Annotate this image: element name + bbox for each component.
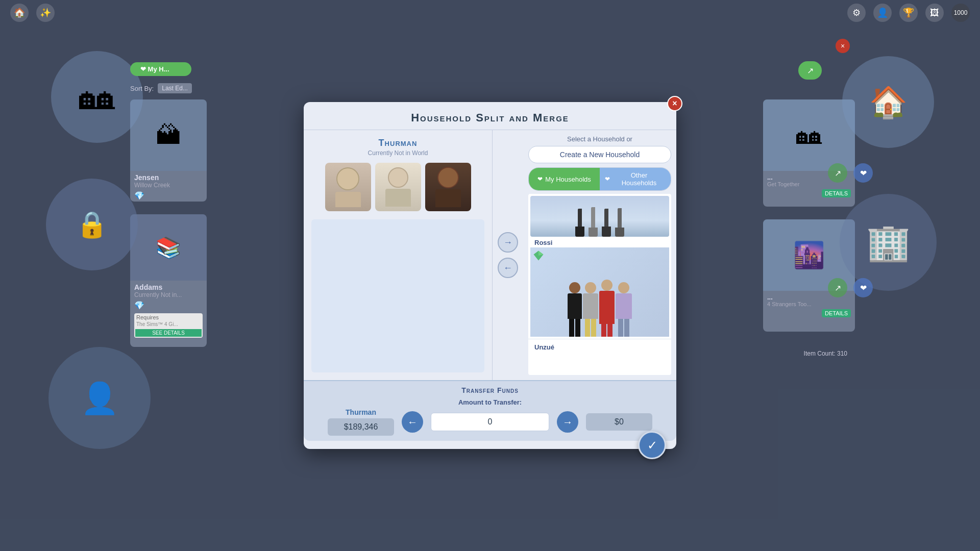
funds-right-arrow[interactable]: → [557,411,578,433]
dest-amount: $0 [586,413,652,431]
households-list: Rossi [528,194,671,375]
modal-wrapper: × Household Split and Merge Thurman Curr… [304,102,676,449]
amount-to-transfer-label: Amount to Transfer: [458,398,522,406]
left-empty-area [311,219,484,372]
select-label: Select a Household or [528,135,671,143]
other-tab-heart-icon: ❤ [605,176,610,183]
tab-my-households[interactable]: ❤ My Households [529,168,600,190]
my-tab-label: My Households [545,176,591,183]
rossi-sim-1 [568,282,582,337]
source-name: Thurman [346,408,376,416]
transfer-right-arrow[interactable]: → [498,232,518,253]
confirm-button[interactable]: ✓ [638,431,666,459]
modal-body: Thurman Currently Not in World [304,130,676,380]
rossi-full-image [530,247,669,337]
household-item-unzue[interactable]: Unzué [528,339,671,354]
tab-other-households[interactable]: ❤ Other Households [600,168,671,190]
left-household-status: Currently Not in World [368,149,428,157]
left-household-name: Thurman [379,138,418,148]
sim-avatar-3 [425,163,471,211]
sim-avatars-row [325,163,471,211]
transfer-arrows-column: → ← [493,130,523,380]
tabs-container: ❤ My Households ❤ Other Households [528,167,671,191]
modal-title: Household Split and Merge [304,102,676,130]
source-amount: $189,346 [328,418,394,436]
my-tab-heart-icon: ❤ [537,176,543,183]
other-tab-label: Other Households [612,171,666,187]
source-col: Thurman $189,346 [328,408,394,436]
right-panel: Select a Household or Create a New House… [523,130,676,380]
modal-close-button[interactable]: × [667,96,682,111]
transfer-left-arrow[interactable]: ← [498,258,518,278]
transfer-amount-input[interactable] [431,413,549,431]
rossi-group-image [530,196,669,237]
household-item-rossi[interactable]: Rossi [528,194,671,339]
rossi-sim-2 [583,282,598,337]
amount-label-row: Amount to Transfer: [314,398,666,406]
transfer-section: Transfer Funds Amount to Transfer: Thurm… [304,380,676,441]
rossi-name: Rossi [530,237,669,247]
modal-backdrop: × Household Split and Merge Thurman Curr… [0,0,980,551]
funds-left-arrow[interactable]: ← [402,411,423,433]
left-panel: Thurman Currently Not in World [304,130,493,380]
transfer-funds-title: Transfer Funds [314,386,666,394]
unzue-name: Unzué [530,341,669,352]
rossi-sim-4 [616,282,632,337]
dest-col: $0 [586,413,652,431]
modal: × Household Split and Merge Thurman Curr… [304,102,676,449]
sim-avatar-1 [325,163,371,211]
transfer-controls-row: Thurman $189,346 ← → $0 [314,408,666,436]
rossi-plumbob [533,250,544,261]
sim-avatar-2 [375,163,421,211]
rossi-sim-3 [599,280,615,337]
create-household-button[interactable]: Create a New Household [528,146,671,163]
